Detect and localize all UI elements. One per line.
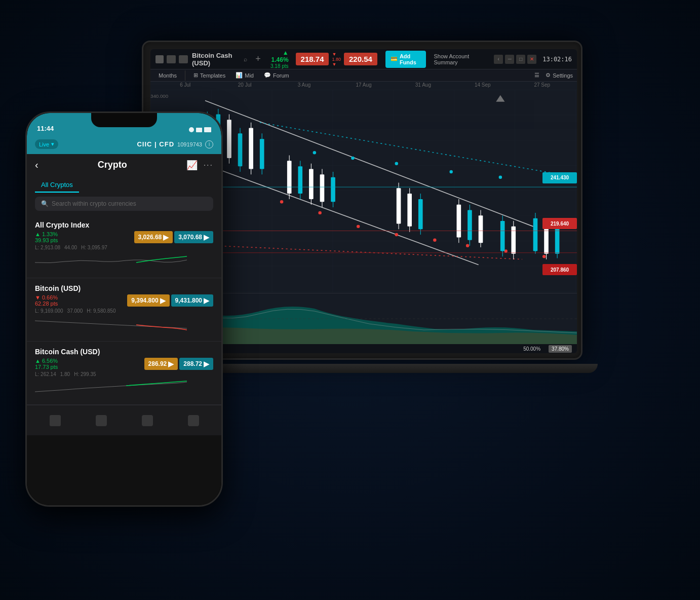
chart-icon[interactable]: 📈 xyxy=(186,160,198,171)
phone-header: Live ▾ CIIC | CFD 10919743 i xyxy=(27,135,221,154)
nav-more-bottom[interactable] xyxy=(188,415,199,426)
asset-name-1: All Crypto Index xyxy=(35,221,213,229)
asset-name-3: Bitcoin Cash (USD) xyxy=(35,348,213,356)
mid-btn[interactable]: 📊 Mid xyxy=(231,70,258,81)
sparkline-1 xyxy=(35,252,187,268)
phone-screen: 11:44 Live ▾ CIIC | CFD 10919743 i ‹ Cry… xyxy=(27,113,221,505)
settings-btn[interactable]: ⚙ Settings xyxy=(546,72,573,79)
asset-change-1: ▲ 1.33% xyxy=(35,231,58,237)
buy-arrow-1: ▶ xyxy=(204,233,209,241)
sell-arrow-2: ▶ xyxy=(160,296,166,305)
sell-box-2[interactable]: 9,394.800 ▶ xyxy=(127,294,169,307)
nav-search-bottom[interactable] xyxy=(96,415,107,426)
add-tab-btn[interactable]: + xyxy=(255,54,261,64)
sell-price[interactable]: 218.74 xyxy=(296,53,329,65)
search-bottom-icon xyxy=(96,415,107,426)
asset-name-2: Bitcoin (USD) xyxy=(35,284,213,292)
mid-icon: 📊 xyxy=(236,72,243,79)
back-button[interactable]: ‹ xyxy=(35,159,38,171)
trading-topbar: Bitcoin Cash (USD) ⌕ + ▲ 1.46% 3.18 pts … xyxy=(150,49,577,69)
restore-btn[interactable]: □ xyxy=(516,55,525,64)
templates-label: Templates xyxy=(200,72,225,79)
svg-point-9 xyxy=(395,233,398,236)
price-pair-3: 286.92 ▶ 288.72 ▶ xyxy=(144,358,213,370)
buy-arrow-2: ▶ xyxy=(204,296,209,305)
nav-home[interactable] xyxy=(50,415,61,426)
price-scale-overlay: 241.430 219.640 207.860 xyxy=(541,89,577,293)
date-14sep: 14 Sep xyxy=(453,82,512,88)
search-icon[interactable]: ⌕ xyxy=(244,56,247,63)
forum-btn[interactable]: 💬 Forum xyxy=(260,70,293,81)
settings-icon: ⚙ xyxy=(546,72,551,79)
date-3aug: 3 Aug xyxy=(275,82,334,88)
svg-point-7 xyxy=(318,211,321,214)
svg-point-15 xyxy=(351,156,354,159)
live-badge: Live ▾ xyxy=(35,139,58,149)
svg-point-16 xyxy=(395,162,398,165)
sell-box-3[interactable]: 286.92 ▶ xyxy=(144,358,178,370)
nav-trade[interactable] xyxy=(142,415,153,426)
phone-notch xyxy=(91,113,157,127)
account-number: 10919743 xyxy=(177,141,202,147)
months-btn[interactable]: Months xyxy=(154,70,181,81)
mid-label: Mid xyxy=(245,72,254,79)
svg-point-11 xyxy=(466,244,469,247)
svg-point-14 xyxy=(313,151,316,154)
buy-box-1[interactable]: 3,070.68 ▶ xyxy=(174,231,213,243)
asset-pts-3: 17.73 pts xyxy=(35,364,58,370)
buy-box-2[interactable]: 9,431.800 ▶ xyxy=(171,294,213,307)
add-funds-button[interactable]: 💳 Add Funds xyxy=(385,51,426,68)
svg-point-17 xyxy=(449,170,452,173)
forum-label: Forum xyxy=(273,72,289,79)
topbar-left xyxy=(155,55,188,63)
search-icon-phone: 🔍 xyxy=(41,200,49,207)
template-icon: ⊞ xyxy=(193,72,198,79)
broker-name: CIIC | CFD xyxy=(137,140,174,148)
prev-btn[interactable]: ‹ xyxy=(494,55,503,64)
add-funds-label: Add Funds xyxy=(400,53,421,65)
edit-icon[interactable] xyxy=(167,55,176,63)
list-item[interactable]: Bitcoin (USD) ▼ 0.66% 62.28 pts 9,394.80… xyxy=(27,278,221,342)
price-pair-1: 3,026.68 ▶ 3,070.68 ▶ xyxy=(134,231,213,243)
nav-title: Crypto xyxy=(98,160,127,170)
minimize-btn[interactable]: ─ xyxy=(505,55,514,64)
wifi-icon xyxy=(196,128,202,132)
buy-arrow-3: ▶ xyxy=(204,360,209,368)
list-item[interactable]: Bitcoin Cash (USD) ▲ 6.56% 17.73 pts 286… xyxy=(27,342,221,405)
history-icon[interactable] xyxy=(179,55,188,63)
price-level-cyan: 241.430 xyxy=(542,172,577,183)
add-funds-icon: 💳 xyxy=(391,56,398,62)
buy-price[interactable]: 220.54 xyxy=(344,53,377,65)
show-account-button[interactable]: Show Account Summary xyxy=(434,53,482,65)
nav-right-icons: 📈 ··· xyxy=(186,160,213,171)
price-level-red2: 207.860 xyxy=(542,264,577,275)
list-view-btn[interactable]: ☰ xyxy=(530,70,543,81)
price-pair-2: 9,394.800 ▶ 9,431.800 ▶ xyxy=(127,294,213,307)
more-icon[interactable]: ··· xyxy=(204,161,213,170)
more-bottom-icon xyxy=(188,415,199,426)
date-labels-row: 6 Jul 20 Jul 3 Aug 17 Aug 31 Aug 14 Sep … xyxy=(150,82,577,88)
forum-icon: 💬 xyxy=(264,72,271,79)
asset-change-2: ▼ 0.66% xyxy=(35,294,58,301)
sell-box-1[interactable]: 3,026.68 ▶ xyxy=(134,231,173,243)
symbol-label: Bitcoin Cash (USD) xyxy=(192,52,240,67)
back-icon[interactable] xyxy=(155,55,164,63)
phone-search-container: 🔍 Search within crypto currencies xyxy=(27,193,221,215)
list-item[interactable]: All Crypto Index ▲ 1.33% 39.93 pts 3,026… xyxy=(27,215,221,278)
templates-btn[interactable]: ⊞ Templates xyxy=(189,70,229,81)
tab-all-cryptos[interactable]: All Cryptos xyxy=(35,178,79,193)
close-btn[interactable]: ✕ xyxy=(527,55,536,64)
buy-box-3[interactable]: 288.72 ▶ xyxy=(179,358,213,370)
search-placeholder: Search within crypto currencies xyxy=(52,200,136,207)
date-6jul: 6 Jul xyxy=(155,82,215,88)
pct-50: 50.00% xyxy=(523,346,540,352)
svg-point-6 xyxy=(280,200,283,203)
search-box[interactable]: 🔍 Search within crypto currencies xyxy=(35,197,213,211)
price-level-red1: 219.640 xyxy=(542,218,577,229)
price-change-pts: 3.18 pts xyxy=(270,63,289,69)
asset-details-2: L: 9,169.000 37.000 H: 9,580.850 xyxy=(35,308,213,314)
info-icon[interactable]: i xyxy=(205,140,213,148)
asset-details-3: L: 262.14 1.80 H: 299.35 xyxy=(35,371,213,377)
battery-icon xyxy=(204,127,211,132)
live-label: Live xyxy=(39,141,49,147)
